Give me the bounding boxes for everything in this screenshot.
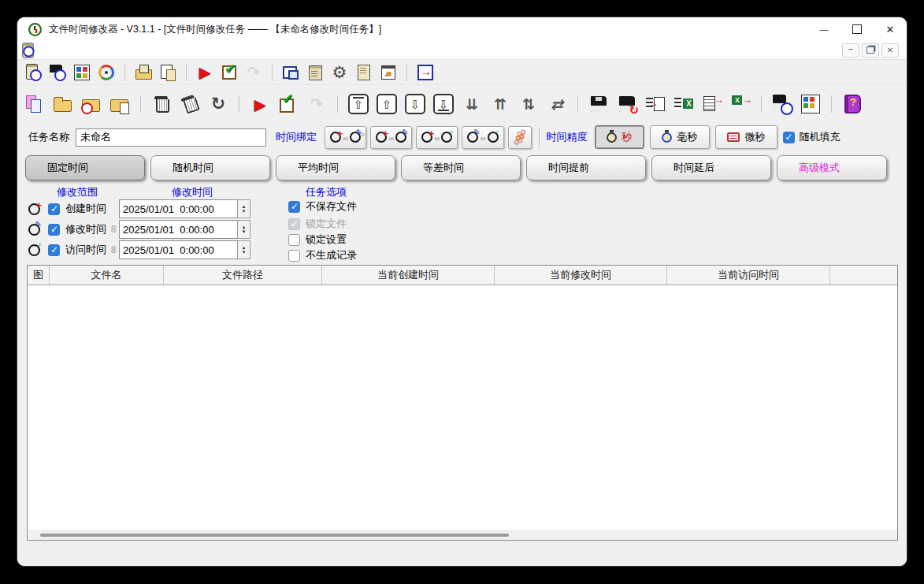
color-grid-icon[interactable]: [800, 94, 821, 114]
bind-modify-access-button[interactable]: [462, 126, 503, 149]
undo-icon[interactable]: [306, 94, 327, 114]
tab-advanced-mode[interactable]: 高级模式: [777, 155, 887, 180]
precision-seconds-button[interactable]: 秒: [595, 125, 644, 149]
export-doc-icon[interactable]: [702, 94, 722, 114]
log-icon[interactable]: [355, 64, 373, 81]
column-header-create-time[interactable]: 当前创建时间: [322, 266, 495, 285]
maximize-button[interactable]: [841, 17, 874, 41]
move-down-icon[interactable]: [405, 94, 425, 114]
column-header-filename[interactable]: 文件名: [50, 266, 164, 285]
help-icon[interactable]: [842, 94, 863, 114]
tab-time-delay[interactable]: 时间延后: [651, 155, 771, 180]
export-excel-icon[interactable]: [730, 94, 751, 114]
create-time-spinner[interactable]: [237, 199, 250, 218]
save-task-icon[interactable]: [49, 64, 66, 81]
save-icon[interactable]: [588, 94, 609, 114]
chain-link-icon[interactable]: 8: [108, 244, 119, 255]
table-body[interactable]: [28, 285, 897, 530]
color-grid-icon[interactable]: [73, 64, 91, 81]
exit-icon[interactable]: [417, 64, 434, 81]
apply-icon[interactable]: [221, 64, 238, 81]
modify-access-clock-icon: [350, 132, 361, 143]
add-folder-icon[interactable]: [53, 94, 73, 114]
access-time-input[interactable]: [119, 240, 237, 259]
refresh-icon[interactable]: [208, 94, 228, 114]
save-time-icon[interactable]: [772, 94, 792, 114]
lock-file-checkbox[interactable]: [288, 218, 300, 230]
move-top-icon[interactable]: [348, 94, 369, 114]
bind-create-access-button[interactable]: [416, 126, 458, 149]
bind-create-modify-button[interactable]: [370, 126, 412, 149]
close-button[interactable]: [874, 17, 907, 41]
scrollbar-thumb[interactable]: [40, 534, 509, 537]
create-clock-icon: [421, 132, 432, 143]
column-header-modify-time[interactable]: 当前修改时间: [495, 266, 667, 285]
sort-ascend-icon[interactable]: [490, 94, 510, 114]
precision-microseconds-button[interactable]: 微秒: [715, 125, 777, 149]
modify-time-spinner[interactable]: [237, 220, 250, 239]
shuffle-icon[interactable]: [547, 94, 567, 114]
apply-icon[interactable]: [278, 94, 299, 114]
clear-all-icon[interactable]: [177, 91, 203, 117]
delete-icon[interactable]: [151, 94, 172, 114]
tab-fixed-time[interactable]: 固定时间: [25, 155, 145, 180]
sort-toggle-icon[interactable]: [518, 94, 539, 114]
random-fill-label: 随机填充: [800, 130, 841, 144]
mdi-minimize-button[interactable]: [842, 43, 859, 58]
modify-time-input[interactable]: [119, 220, 237, 239]
modify-time-checkbox[interactable]: [48, 224, 60, 236]
link-icon: [480, 132, 485, 143]
undo-icon[interactable]: [245, 64, 262, 81]
access-time-spinner[interactable]: [237, 240, 250, 259]
lock-settings-checkbox[interactable]: [288, 234, 300, 246]
settings-icon[interactable]: [331, 64, 348, 81]
sort-descend-icon[interactable]: [462, 94, 482, 114]
mdi-restore-button[interactable]: [862, 43, 879, 58]
column-header-icon[interactable]: 图: [28, 266, 50, 285]
no-save-checkbox[interactable]: [288, 201, 300, 213]
run-icon[interactable]: [250, 94, 270, 114]
bind-all-button[interactable]: [325, 126, 366, 149]
move-bottom-icon[interactable]: [433, 94, 454, 114]
open-task-icon[interactable]: [135, 64, 152, 81]
minimize-button[interactable]: [807, 17, 841, 41]
notes-icon[interactable]: [306, 64, 324, 81]
window-copy-icon[interactable]: [282, 64, 299, 81]
export-table-doc-icon[interactable]: [645, 94, 666, 114]
access-time-checkbox[interactable]: [48, 244, 60, 256]
save-as-icon[interactable]: [617, 94, 637, 114]
create-time-checkbox[interactable]: [48, 203, 60, 215]
column-header-extra[interactable]: [830, 266, 897, 285]
column-header-filepath[interactable]: 文件路径: [164, 266, 322, 285]
paste-task-icon[interactable]: [159, 64, 176, 81]
mdi-menu-row: [17, 41, 907, 60]
column-header-access-time[interactable]: 当前访问时间: [667, 266, 830, 285]
chain-link-icon[interactable]: 8: [108, 224, 119, 235]
precision-milliseconds-button[interactable]: 毫秒: [650, 125, 710, 149]
new-task-icon[interactable]: [24, 64, 42, 81]
mdi-child-icon[interactable]: [20, 43, 34, 57]
horizontal-scrollbar[interactable]: [28, 530, 897, 540]
modify-range-header: 修改范围: [57, 185, 98, 199]
window-image-icon[interactable]: [380, 64, 397, 81]
separator: [539, 128, 540, 147]
task-name-input[interactable]: [76, 128, 266, 147]
access-clock-icon: [28, 244, 40, 256]
mdi-close-button[interactable]: [881, 43, 899, 58]
random-fill-checkbox[interactable]: [783, 132, 795, 143]
add-folder-time-icon[interactable]: [81, 94, 102, 114]
move-up-icon[interactable]: [377, 94, 397, 114]
add-folder-files-icon[interactable]: [109, 94, 130, 114]
tab-time-advance[interactable]: 时间提前: [526, 155, 646, 180]
tab-arithmetic-time[interactable]: 等差时间: [401, 155, 521, 180]
tab-average-time[interactable]: 平均时间: [276, 155, 395, 180]
add-files-icon[interactable]: [24, 94, 45, 114]
color-clock-icon[interactable]: [98, 64, 115, 81]
create-time-input[interactable]: [119, 199, 237, 218]
tab-random-time[interactable]: 随机时间: [150, 155, 270, 180]
option-no-record: 不生成记录: [288, 248, 357, 262]
run-icon[interactable]: [196, 64, 213, 81]
unbind-button[interactable]: [508, 126, 532, 149]
export-table-excel-icon[interactable]: [674, 94, 694, 114]
no-record-checkbox[interactable]: [288, 250, 300, 262]
